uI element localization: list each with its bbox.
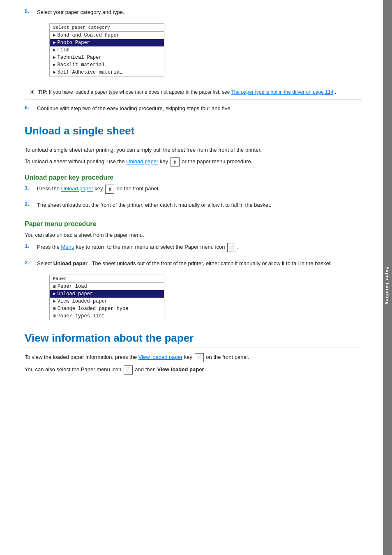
unload-section-heading: Unload a single sheet — [25, 125, 362, 140]
tip-link[interactable]: The paper type is not in the driver on p… — [231, 89, 333, 95]
arrow-icon: ► — [53, 40, 56, 45]
view-loaded-paper-bold: View loaded paper — [157, 366, 204, 372]
view-loaded-paper-link[interactable]: View loaded paper — [138, 354, 182, 360]
unload-paper-link-2[interactable]: Unload paper — [61, 186, 93, 192]
view-info-2-period: . — [205, 366, 207, 372]
unload-step-2-text: The sheet unloads out the front of the p… — [37, 201, 362, 210]
menu-item-backlit[interactable]: ► Backlit material — [50, 61, 164, 69]
pm-step-2-bold: Unload paper — [53, 260, 88, 266]
arrow-icon: ► — [53, 70, 56, 75]
step-6-number: 6. — [25, 104, 37, 111]
paper-category-menu: Select paper category ► Bond and Coated … — [49, 23, 164, 76]
menu-item-selfadhesive[interactable]: ► Self-Adhesive material — [50, 69, 164, 76]
view-info-2-start: You can also select the Paper menu icon — [25, 366, 123, 372]
unload-intro-2-start: To unload a sheet without printing, use … — [25, 159, 126, 165]
pm-step-1-start: Press the — [37, 244, 61, 250]
plus-icon: ⊞ — [53, 313, 56, 319]
tip-sun-icon: ☀ — [30, 89, 35, 95]
menu-item-bond-label: Bond and Coated Paper — [58, 32, 120, 38]
menu-item-film[interactable]: ► Film — [50, 46, 164, 54]
change-loaded-label: Change loaded paper type — [58, 306, 129, 312]
menu-item-backlit-label: Backlit material — [58, 62, 105, 68]
menu-item-technical-label: Technical Paper — [58, 55, 102, 60]
unload-paper-label: Unload paper — [58, 291, 93, 297]
tip-box: ☀ TIP: If you have loaded a paper type w… — [25, 85, 362, 99]
unload-step-1-text: Press the Unload paper key ⬆ on the fron… — [37, 185, 362, 194]
view-paper-icon: 📄 — [195, 353, 204, 362]
unload-step-2: 2. The sheet unloads out the front of th… — [25, 201, 362, 213]
menu-item-bond[interactable]: ► Bond and Coated Paper — [50, 32, 164, 39]
view-info-heading: View information about the paper — [25, 332, 362, 347]
tip-content: TIP: If you have loaded a paper type who… — [38, 88, 357, 96]
tip-label: TIP: — [38, 89, 48, 95]
view-loaded-label: View loaded paper — [58, 298, 108, 304]
arrow-icon: ► — [53, 55, 56, 60]
view-info-intro-1: To view the loaded paper information, pr… — [25, 353, 362, 362]
paper-menu-procedure-heading: Paper menu procedure — [25, 220, 362, 228]
view-info-intro-2: You can also select the Paper menu icon … — [25, 365, 362, 375]
menu-item-selfadhesive-label: Self-Adhesive material — [58, 69, 122, 75]
unload-intro-2-mid: key — [160, 159, 170, 165]
unload-paper-item[interactable]: ► Unload paper — [50, 290, 164, 298]
view-info-2-end: and then — [135, 366, 157, 372]
view-info-1-end: key — [184, 354, 194, 360]
pm-step-1: 1. Press the Menu key to return to the m… — [25, 243, 362, 255]
step-5: 5. Select your paper category and type. … — [25, 8, 362, 80]
paper-types-item[interactable]: ⊞ Paper types list — [50, 312, 164, 320]
unload-step-2-num: 2. — [25, 201, 37, 207]
side-tab-label: Paper handling — [385, 266, 390, 305]
arrow-icon: ► — [53, 299, 56, 304]
paper-menu-icon-2: 📄 — [124, 365, 133, 375]
menu-link[interactable]: Menu — [61, 244, 75, 250]
paper-load-label: Paper load — [58, 284, 87, 289]
step-6-text: Continue with step two of the easy loadi… — [37, 104, 362, 113]
unload-intro-1: To unload a single sheet after printing,… — [25, 146, 362, 155]
step-6: 6. Continue with step two of the easy lo… — [25, 104, 362, 116]
view-info-1-start: To view the loaded paper information, pr… — [25, 354, 138, 360]
paper-menu-box: Paper ⊞ Paper load ► Unload paper ► View… — [49, 275, 164, 320]
paper-menu-title: Paper — [50, 275, 164, 283]
plus-icon: ⊞ — [53, 284, 56, 289]
side-tab-container: Paper handling — [383, 0, 392, 555]
pm-step-2-text-start: Select — [37, 260, 53, 266]
unload-key-icon-2: ⬆ — [105, 185, 114, 194]
pm-step-1-num: 1. — [25, 243, 37, 249]
unload-step-1: 1. Press the Unload paper key ⬆ on the f… — [25, 185, 362, 197]
pm-step-2: 2. Select Unload paper . The sheet unloa… — [25, 259, 362, 324]
paper-menu-icon-1: 📄 — [227, 243, 236, 252]
menu-item-photo-label: Photo Paper — [58, 40, 90, 46]
menu-title: Select paper category — [50, 24, 164, 32]
paper-load-item[interactable]: ⊞ Paper load — [50, 283, 164, 290]
unload-key-icon-1: ⬆ — [171, 157, 180, 166]
pm-step-2-num: 2. — [25, 259, 37, 266]
change-loaded-item[interactable]: ⊞ Change loaded paper type — [50, 305, 164, 312]
pm-step-1-end: key to return to the main menu and selec… — [76, 244, 226, 250]
arrow-icon: ► — [53, 48, 56, 53]
unload-step-1-end: key — [95, 186, 104, 192]
unload-step-1-tail: on the front panel. — [117, 186, 160, 192]
unload-step-1-num: 1. — [25, 185, 37, 191]
step-5-number: 5. — [25, 8, 37, 14]
menu-item-film-label: Film — [58, 47, 69, 53]
arrow-icon: ► — [53, 62, 56, 67]
pm-step-1-text: Press the Menu key to return to the main… — [37, 243, 362, 252]
paper-menu-intro: You can also unload a sheet from the pap… — [25, 231, 362, 240]
unload-intro-2: To unload a sheet without printing, use … — [25, 157, 362, 166]
plus-icon: ⊞ — [53, 306, 56, 311]
unload-key-procedure-heading: Unload paper key procedure — [25, 174, 362, 181]
tip-text-body: If you have loaded a paper type whose na… — [49, 89, 231, 95]
arrow-icon: ► — [53, 291, 56, 296]
menu-item-photo[interactable]: ► Photo Paper — [50, 39, 164, 46]
pm-step-2-rest: . The sheet unloads out of the front of … — [89, 260, 332, 266]
pm-step-2-text: Select Unload paper . The sheet unloads … — [37, 259, 362, 268]
unload-intro-2-end: or the paper menu procedure. — [182, 159, 252, 165]
tip-period: . — [335, 89, 336, 95]
unload-paper-link-1[interactable]: Unload paper — [126, 159, 158, 165]
step-5-text: Select your paper category and type. — [37, 8, 362, 17]
menu-item-technical[interactable]: ► Technical Paper — [50, 54, 164, 61]
unload-step-1-start: Press the — [37, 186, 61, 192]
paper-types-label: Paper types list — [58, 313, 105, 319]
view-loaded-item[interactable]: ► View loaded paper — [50, 298, 164, 305]
view-info-1-tail: on the front panel. — [206, 354, 249, 360]
arrow-icon: ► — [53, 33, 56, 38]
